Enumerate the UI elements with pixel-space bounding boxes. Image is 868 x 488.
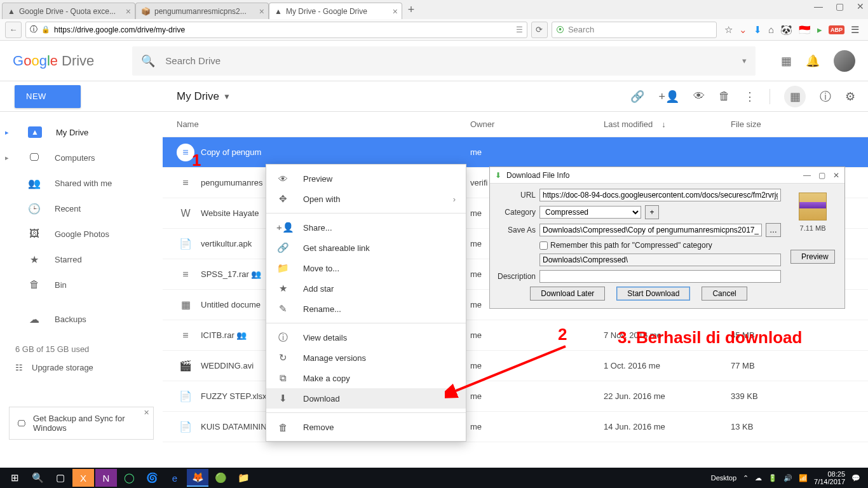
app-icon[interactable]: 🌀 xyxy=(141,469,163,487)
sidebar-item-recent[interactable]: 🕒Recent xyxy=(0,196,163,221)
url-input[interactable] xyxy=(54,25,512,34)
volume-icon[interactable]: 🔊 xyxy=(783,474,792,482)
idm-add-category[interactable]: + xyxy=(645,205,659,219)
taskview-icon[interactable]: ▢ xyxy=(50,469,71,487)
chevron-down-icon[interactable]: ▾ xyxy=(742,56,747,65)
close-icon[interactable]: × xyxy=(393,6,398,17)
details-icon[interactable]: ⓘ xyxy=(820,89,831,104)
col-modified[interactable]: Last modified↓ xyxy=(604,119,731,129)
ctx-remove[interactable]: 🗑Remove xyxy=(266,417,466,437)
sidebar-item-my-drive[interactable]: ▸▲My Drive xyxy=(0,119,163,145)
idm-description-input[interactable] xyxy=(539,270,781,283)
idm-cancel-button[interactable]: Cancel xyxy=(702,287,747,301)
more-icon[interactable]: ⋮ xyxy=(744,90,756,104)
abp-icon[interactable]: ABP xyxy=(829,25,844,34)
sidebar-item-bin[interactable]: 🗑Bin xyxy=(0,272,163,297)
close-icon[interactable]: ✕ xyxy=(144,409,149,417)
ctx-view-details[interactable]: ⓘView details xyxy=(266,327,466,348)
reload-button[interactable]: ⟳ xyxy=(531,22,548,38)
drive-logo[interactable]: Google Drive xyxy=(13,53,94,69)
download-icon[interactable]: ⬇ xyxy=(754,24,762,36)
idm-browse-button[interactable]: … xyxy=(766,223,781,237)
sync-promo[interactable]: ✕ 🖵 Get Backup and Sync for Windows xyxy=(9,407,154,440)
ctx-open-with[interactable]: ✥Open with› xyxy=(266,189,466,209)
ctx-share-[interactable]: +👤Share... xyxy=(266,217,466,238)
xampp-icon[interactable]: X xyxy=(72,469,94,487)
sidebar-item-shared-with-me[interactable]: 👥Shared with me xyxy=(0,170,163,196)
clock[interactable]: 08:257/14/2017 xyxy=(814,470,845,485)
view-grid-button[interactable]: ▦ xyxy=(784,86,806,107)
browser-search[interactable]: ⦿Search xyxy=(552,22,717,38)
upgrade-storage[interactable]: ☷Upgrade storage xyxy=(15,363,147,372)
ctx-rename-[interactable]: ✎Rename... xyxy=(266,299,466,319)
notifications-tray-icon[interactable]: 💬 xyxy=(851,474,860,482)
home-icon[interactable]: ⌂ xyxy=(768,24,774,35)
tray-up-icon[interactable]: ⌃ xyxy=(743,474,749,482)
avatar[interactable] xyxy=(834,50,855,72)
share-icon[interactable]: +👤 xyxy=(658,90,679,104)
maximize-icon[interactable]: ▢ xyxy=(818,171,825,180)
flag-icon[interactable]: 🇮🇩 xyxy=(799,24,811,36)
drive-search[interactable]: 🔍 ▾ xyxy=(132,46,756,76)
onedrive-icon[interactable]: ☁ xyxy=(755,474,762,482)
minimize-icon[interactable]: — xyxy=(814,1,823,11)
opera-icon[interactable]: ◯ xyxy=(118,469,140,487)
chrome-icon[interactable]: 🟢 xyxy=(210,469,231,487)
close-icon[interactable]: ✕ xyxy=(833,171,839,180)
new-tab-button[interactable]: + xyxy=(402,0,420,19)
minimize-icon[interactable]: — xyxy=(803,171,811,180)
col-name[interactable]: Name xyxy=(177,119,470,129)
col-owner[interactable]: Owner xyxy=(470,119,604,129)
onenote-icon[interactable]: N xyxy=(95,469,117,487)
start-button[interactable]: ⊞ xyxy=(4,469,25,487)
edge-icon[interactable]: e xyxy=(164,469,186,487)
firefox-icon[interactable]: 🦊 xyxy=(187,469,208,487)
close-icon[interactable]: × xyxy=(259,6,264,17)
idm-remember-check[interactable]: Remember this path for "Compressed" cate… xyxy=(539,241,712,250)
ctx-download[interactable]: ⬇Download xyxy=(266,388,466,409)
notifications-icon[interactable]: 🔔 xyxy=(806,54,820,68)
maximize-icon[interactable]: ▢ xyxy=(836,1,844,11)
idm-url-input[interactable] xyxy=(539,189,781,201)
drive-search-input[interactable] xyxy=(165,55,732,66)
ctx-add-star[interactable]: ★Add star xyxy=(266,278,466,299)
pocket-icon[interactable]: ⌄ xyxy=(739,24,747,36)
idm-preview-button[interactable]: Preview xyxy=(790,250,835,264)
tab-0[interactable]: ▲Google Drive - Quota exce...× xyxy=(2,3,135,19)
bookmark-icon[interactable]: ☆ xyxy=(724,24,733,36)
reader-icon[interactable]: ☰ xyxy=(516,25,523,34)
battery-icon[interactable]: 🔋 xyxy=(768,474,777,482)
trash-icon[interactable]: 🗑 xyxy=(719,90,730,103)
sidebar-item-backups[interactable]: ☁Backups xyxy=(0,306,163,332)
ctx-make-a-copy[interactable]: ⧉Make a copy xyxy=(266,368,466,388)
ctx-get-shareable-link[interactable]: 🔗Get shareable link xyxy=(266,238,466,258)
col-size[interactable]: File size xyxy=(731,119,868,129)
breadcrumb[interactable]: My Drive▼ xyxy=(163,90,231,103)
wifi-icon[interactable]: 📶 xyxy=(799,474,808,482)
preview-icon[interactable]: 👁 xyxy=(693,90,705,103)
search-icon[interactable]: 🔍 xyxy=(27,469,48,487)
menu-icon[interactable]: ☰ xyxy=(851,24,859,36)
address-bar[interactable]: ⓘ 🔒 ☰ xyxy=(25,22,527,38)
idm-saveas-input[interactable] xyxy=(539,224,762,236)
close-window-icon[interactable]: ✕ xyxy=(857,1,864,11)
idm-start-button[interactable]: Start Download xyxy=(616,287,690,301)
idm-category-select[interactable]: Compressed xyxy=(539,206,641,219)
desktop-label[interactable]: Desktop xyxy=(711,474,736,482)
back-button[interactable]: ← xyxy=(5,22,22,38)
ctx-manage-versions[interactable]: ↻Manage versions xyxy=(266,348,466,368)
apps-icon[interactable]: ▦ xyxy=(781,54,792,68)
close-icon[interactable]: × xyxy=(126,6,131,17)
sidebar-item-google-photos[interactable]: 🖼Google Photos xyxy=(0,221,163,247)
link-icon[interactable]: 🔗 xyxy=(630,90,644,104)
idm-later-button[interactable]: Download Later xyxy=(530,287,605,301)
ctx-move-to-[interactable]: 📁Move to... xyxy=(266,258,466,278)
file-row[interactable]: ≡Copy of pengumme xyxy=(163,137,868,168)
tab-1[interactable]: 📦pengumumanresmicpns2...× xyxy=(135,3,269,19)
explorer-icon[interactable]: 📁 xyxy=(233,469,254,487)
ctx-preview[interactable]: 👁Preview xyxy=(266,168,466,189)
panda-icon[interactable]: 🐼 xyxy=(780,24,792,36)
new-button[interactable]: NEW xyxy=(15,85,81,108)
tab-2[interactable]: ▲My Drive - Google Drive× xyxy=(269,3,402,19)
sidebar-item-computers[interactable]: ▸🖵Computers xyxy=(0,145,163,170)
